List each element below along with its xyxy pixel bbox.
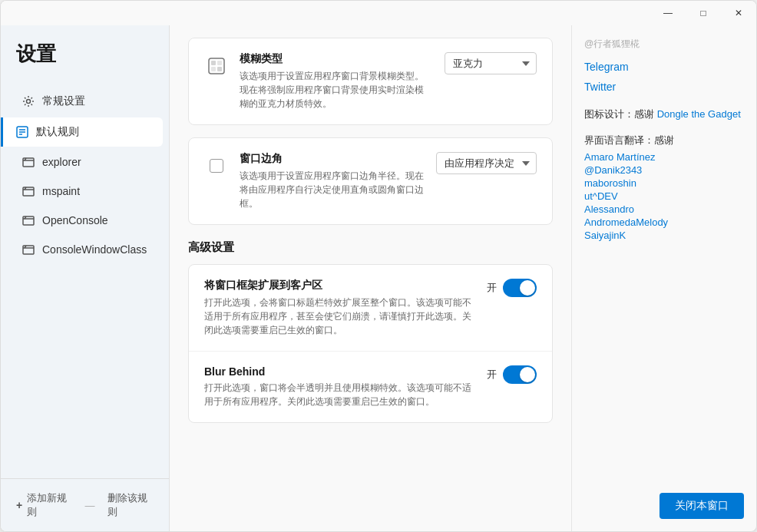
extend-frame-toggle-label: 开 bbox=[487, 281, 497, 295]
extend-frame-text: 将窗口框架扩展到客户区 打开此选项，会将窗口标题栏特效扩展至整个窗口。该选项可能… bbox=[204, 279, 474, 337]
blur-type-title: 模糊类型 bbox=[240, 52, 432, 66]
contributor-saiyajink[interactable]: SaiyajinK bbox=[584, 229, 744, 242]
extend-frame-desc: 打开此选项，会将窗口标题栏特效扩展至整个窗口。该选项可能不适用于所有应用程序，甚… bbox=[204, 296, 474, 337]
blur-type-select[interactable]: 亚克力 毛玻璃 无 bbox=[445, 52, 537, 74]
translation-section: 界面语言翻译：感谢 Amaro Martínez @Danik2343 mabo… bbox=[584, 134, 744, 242]
sidebar-item-consolewindow-label: ConsoleWindowClass bbox=[42, 243, 147, 256]
sidebar-item-consolewindow[interactable]: ConsoleWindowClass bbox=[7, 236, 163, 263]
extend-frame-toggle[interactable] bbox=[503, 279, 537, 297]
sidebar-item-openconsole-label: OpenConsole bbox=[42, 214, 108, 226]
blur-type-icon-container bbox=[204, 54, 229, 78]
svg-rect-9 bbox=[209, 58, 224, 74]
add-rule-button[interactable]: + 添加新规则 bbox=[16, 491, 73, 519]
blur-type-text: 模糊类型 该选项用于设置应用程序窗口背景模糊类型。现在将强制应用程序窗口背景使用… bbox=[240, 52, 432, 111]
twitter-link[interactable]: Twitter bbox=[584, 78, 744, 95]
contributor-maboroshin[interactable]: maboroshin bbox=[584, 177, 744, 190]
close-button[interactable]: 关闭本窗口 bbox=[659, 493, 744, 519]
translation-title: 界面语言翻译：感谢 bbox=[584, 134, 744, 147]
sidebar-title: 设置 bbox=[1, 25, 169, 86]
corner-card: 窗口边角 该选项用于设置应用程序窗口边角半径。现在将由应用程序自行决定使用直角或… bbox=[188, 137, 553, 225]
blur-behind-toggle[interactable] bbox=[503, 365, 537, 384]
contributor-danik[interactable]: @Danik2343 bbox=[584, 164, 744, 177]
add-rule-label: 添加新规则 bbox=[27, 491, 72, 519]
minimize-button[interactable]: — bbox=[650, 1, 686, 25]
icon-design-section: 图标设计：感谢 Dongle the Gadget bbox=[584, 107, 744, 121]
main-content: 设置 常规设置 bbox=[1, 25, 756, 531]
sidebar-item-general-label: 常规设置 bbox=[42, 94, 85, 108]
sidebar-item-explorer[interactable]: explorer bbox=[7, 148, 163, 176]
svg-rect-13 bbox=[217, 67, 222, 71]
info-panel: @行者狐狸椛 Telegram Twitter 图标设计：感谢 Dongle t… bbox=[572, 25, 756, 254]
sidebar: 设置 常规设置 bbox=[1, 25, 170, 531]
sidebar-footer: + 添加新规则 — 删除该规则 bbox=[1, 478, 169, 531]
corner-desc: 该选项用于设置应用程序窗口边角半径。现在将由应用程序自行决定使用直角或圆角窗口边… bbox=[240, 169, 424, 210]
footer-divider: — bbox=[85, 500, 95, 511]
svg-rect-12 bbox=[211, 67, 216, 71]
dongle-link[interactable]: Dongle the Gadget bbox=[657, 107, 741, 121]
extend-frame-title: 将窗口框架扩展到客户区 bbox=[204, 279, 474, 292]
blur-type-control: 亚克力 毛玻璃 无 bbox=[445, 52, 537, 74]
corner-title: 窗口边角 bbox=[240, 152, 424, 166]
plus-icon: + bbox=[16, 499, 22, 511]
advanced-card: 将窗口框架扩展到客户区 打开此选项，会将窗口标题栏特效扩展至整个窗口。该选项可能… bbox=[188, 264, 553, 423]
blur-behind-toggle-label: 开 bbox=[487, 368, 497, 382]
mspaint-icon bbox=[22, 185, 35, 197]
handle-text: @行者狐狸椛 bbox=[584, 38, 744, 51]
corner-row: 窗口边角 该选项用于设置应用程序窗口边角半径。现在将由应用程序自行决定使用直角或… bbox=[189, 138, 552, 224]
blur-type-row: 模糊类型 该选项用于设置应用程序窗口背景模糊类型。现在将强制应用程序窗口背景使用… bbox=[189, 38, 552, 124]
contributor-andromeda[interactable]: AndromedaMelody bbox=[584, 216, 744, 229]
blur-behind-title: Blur Behind bbox=[204, 365, 474, 378]
settings-window: — □ ✕ 设置 常规设置 bbox=[0, 0, 757, 532]
icon-design-prefix: 图标设计：感谢 bbox=[584, 108, 654, 120]
telegram-link[interactable]: Telegram bbox=[584, 58, 744, 75]
sidebar-item-explorer-label: explorer bbox=[42, 156, 81, 168]
contributor-alessandro[interactable]: Alessandro bbox=[584, 203, 744, 216]
sidebar-item-openconsole[interactable]: OpenConsole bbox=[7, 207, 163, 234]
consolewindow-icon bbox=[22, 243, 35, 256]
advanced-section-title: 高级设置 bbox=[188, 240, 553, 255]
delete-rule-label: 删除该规则 bbox=[107, 491, 154, 519]
corner-checkbox-icon bbox=[210, 159, 223, 173]
close-window-button[interactable]: ✕ bbox=[721, 1, 756, 25]
contributor-utdev[interactable]: ut^DEV bbox=[584, 190, 744, 203]
rules-icon bbox=[16, 126, 28, 138]
corner-text: 窗口边角 该选项用于设置应用程序窗口边角半径。现在将由应用程序自行决定使用直角或… bbox=[240, 152, 424, 210]
sidebar-item-mspaint-label: mspaint bbox=[42, 185, 80, 197]
svg-rect-11 bbox=[217, 61, 222, 65]
explorer-icon bbox=[22, 156, 35, 168]
extend-frame-toggle-container: 开 bbox=[487, 279, 537, 297]
corner-icon-container bbox=[204, 154, 229, 178]
extend-frame-row: 将窗口框架扩展到客户区 打开此选项，会将窗口标题栏特效扩展至整个窗口。该选项可能… bbox=[189, 265, 552, 352]
extend-frame-control: 开 bbox=[487, 279, 537, 297]
title-bar: — □ ✕ bbox=[1, 1, 756, 25]
sidebar-item-rules-label: 默认规则 bbox=[36, 125, 79, 139]
svg-point-0 bbox=[27, 100, 31, 104]
contributor-amaro[interactable]: Amaro Martínez bbox=[584, 150, 744, 164]
blur-icon bbox=[206, 55, 227, 77]
blur-behind-control: 开 bbox=[487, 365, 537, 384]
corner-select[interactable]: 由应用程序决定 圆角 小圆角 直角 bbox=[436, 152, 537, 174]
sidebar-item-mspaint[interactable]: mspaint bbox=[7, 177, 163, 205]
sidebar-item-general[interactable]: 常规设置 bbox=[7, 87, 163, 116]
info-panel-wrapper: @行者狐狸椛 Telegram Twitter 图标设计：感谢 Dongle t… bbox=[571, 25, 756, 531]
blur-behind-toggle-container: 开 bbox=[487, 365, 537, 384]
settings-content: 模糊类型 该选项用于设置应用程序窗口背景模糊类型。现在将强制应用程序窗口背景使用… bbox=[170, 25, 571, 531]
blur-behind-row: Blur Behind 打开此选项，窗口将会半透明并且使用模糊特效。该选项可能不… bbox=[189, 352, 552, 422]
corner-control: 由应用程序决定 圆角 小圆角 直角 bbox=[436, 152, 537, 174]
openconsole-icon bbox=[22, 214, 35, 226]
sidebar-item-rules[interactable]: 默认规则 bbox=[1, 117, 163, 147]
blur-behind-desc: 打开此选项，窗口将会半透明并且使用模糊特效。该选项可能不适用于所有应用程序。关闭… bbox=[204, 381, 474, 408]
blur-type-card: 模糊类型 该选项用于设置应用程序窗口背景模糊类型。现在将强制应用程序窗口背景使用… bbox=[188, 38, 553, 125]
gear-icon bbox=[22, 95, 35, 107]
delete-rule-button[interactable]: 删除该规则 bbox=[107, 491, 154, 519]
blur-behind-text: Blur Behind 打开此选项，窗口将会半透明并且使用模糊特效。该选项可能不… bbox=[204, 365, 474, 408]
svg-rect-10 bbox=[211, 61, 216, 65]
maximize-button[interactable]: □ bbox=[686, 1, 721, 25]
blur-type-desc: 该选项用于设置应用程序窗口背景模糊类型。现在将强制应用程序窗口背景使用实时渲染模… bbox=[240, 69, 432, 111]
